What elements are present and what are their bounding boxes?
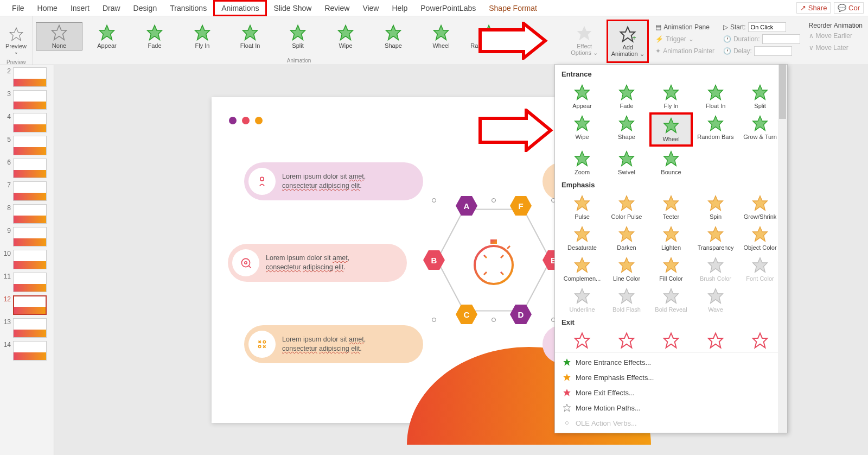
more-emphasis-effects[interactable]: More Emphasis Effects... (555, 370, 787, 385)
animation-none[interactable]: None (36, 22, 82, 50)
thumbnail-12[interactable]: 12 (2, 295, 52, 315)
entrance-zoom[interactable]: Zoom (560, 148, 604, 178)
thumbnail-6[interactable]: 6 (2, 159, 52, 178)
entrance-fade[interactable]: Fade (605, 81, 648, 111)
selection-handle[interactable] (492, 198, 496, 203)
entrance-grow-turn[interactable]: Grow & Turn (738, 112, 782, 147)
animation-pane-button[interactable]: ▤Animation Pane (655, 22, 714, 33)
emphasis-fill-color[interactable]: Fill Color (649, 254, 693, 284)
menu-help[interactable]: Help (385, 2, 414, 15)
thumbnail-5[interactable]: 5 (2, 136, 52, 155)
animation-painter-button[interactable]: ✦Animation Painter (655, 46, 714, 56)
entrance-split[interactable]: Split (738, 81, 782, 111)
animation-appear[interactable]: Appear (84, 23, 130, 50)
menu-view[interactable]: View (356, 2, 385, 15)
duration-input[interactable] (762, 34, 800, 44)
entrance-appear[interactable]: Appear (560, 81, 604, 111)
menu-design[interactable]: Design (127, 2, 164, 15)
entrance-random-bars[interactable]: Random Bars (694, 112, 737, 147)
entrance-shape[interactable]: Shape (605, 112, 648, 147)
emphasis-line-color[interactable]: Line Color (605, 254, 648, 284)
effect-options-button[interactable]: EffectOptions ⌄ (565, 16, 603, 65)
emphasis-grow-shrink[interactable]: Grow/Shrink (738, 192, 782, 222)
dropdown-scroll[interactable]: Entrance AppearFadeFly InFloat InSplitWi… (555, 65, 787, 352)
menu-home[interactable]: Home (31, 2, 64, 15)
emphasis-darken[interactable]: Darken (605, 223, 648, 253)
delay-input[interactable] (754, 46, 792, 56)
trigger-button[interactable]: ⚡Trigger ⌄ (655, 34, 714, 45)
thumbnail-4[interactable]: 4 (2, 113, 52, 132)
entrance-float-in[interactable]: Float In (694, 81, 737, 111)
menu-file[interactable]: File (5, 2, 31, 15)
comments-button[interactable]: 💬 Cor (834, 2, 864, 14)
thumbnail-3[interactable]: 3 (2, 90, 52, 110)
emphasis-spin[interactable]: Spin (694, 192, 737, 222)
menu-review[interactable]: Review (318, 2, 356, 15)
thumbnail-7[interactable]: 7 (2, 181, 52, 201)
animation-fade[interactable]: Fade (131, 23, 178, 50)
menu-transitions[interactable]: Transitions (163, 2, 213, 15)
exit-item[interactable] (694, 330, 737, 351)
menu-insert[interactable]: Insert (64, 2, 96, 15)
entrance-wheel[interactable]: Wheel (649, 112, 693, 147)
thumbnail-11[interactable]: 11 (2, 273, 52, 292)
animation-wheel[interactable]: Wheel (418, 23, 464, 50)
animation-fly-in[interactable]: Fly In (179, 23, 226, 50)
emphasis-lighten[interactable]: Lighten (649, 223, 693, 253)
menu-powerpointlabs[interactable]: PowerPointLabs (414, 2, 482, 15)
entrance-fly-in[interactable]: Fly In (649, 81, 693, 111)
dot[interactable] (229, 117, 237, 124)
preview-button[interactable]: Preview ⌄ (5, 27, 27, 55)
menu-shapeformat[interactable]: Shape Format (482, 2, 544, 15)
menu-draw[interactable]: Draw (96, 2, 127, 15)
move-earlier-button[interactable]: ∧ Move Earlier (809, 30, 863, 41)
scrollbar-thumb[interactable] (779, 65, 786, 119)
entrance-bounce[interactable]: Bounce (649, 148, 693, 178)
start-select[interactable] (748, 22, 786, 32)
thumbnail-14[interactable]: 14 (2, 341, 52, 361)
share-button[interactable]: ↗ Share (796, 2, 831, 14)
more-exit-effects[interactable]: More Exit Effects... (555, 385, 787, 400)
pill-shape[interactable]: Lorem ipsum dolor sit amet,consectetur a… (228, 244, 407, 282)
exit-item[interactable] (605, 330, 648, 351)
emphasis-complemen-[interactable]: Complemen... (560, 254, 604, 284)
emphasis-desaturate[interactable]: Desaturate (560, 223, 604, 253)
emphasis-pulse[interactable]: Pulse (560, 192, 604, 222)
exit-item[interactable] (738, 330, 782, 351)
animation-shape[interactable]: Shape (370, 23, 417, 50)
pill-shape[interactable]: Lorem ipsum dolor sit amet,consectetur a… (244, 162, 423, 200)
move-later-button[interactable]: ∨ Move Later (809, 42, 863, 53)
selection-handle[interactable] (432, 198, 436, 203)
menu-slideshow[interactable]: Slide Show (267, 2, 318, 15)
more-entrance-effects[interactable]: More Entrance Effects... (555, 355, 787, 370)
thumbnail-panel[interactable]: 234567891011121314 (0, 65, 54, 455)
emphasis-transparency[interactable]: Transparency (694, 223, 737, 253)
menu-animations[interactable]: Animations (213, 0, 267, 16)
dot[interactable] (242, 117, 250, 124)
dot[interactable] (255, 117, 263, 124)
dropdown-scrollbar[interactable] (778, 65, 787, 433)
selection-handle[interactable] (492, 318, 496, 322)
animation-float-in[interactable]: Float In (227, 23, 273, 50)
entrance-swivel[interactable]: Swivel (605, 148, 648, 178)
add-animation-button[interactable]: + AddAnimation ⌄ (607, 20, 649, 63)
more-motion-paths[interactable]: More Motion Paths... (555, 400, 787, 415)
animation-wipe[interactable]: Wipe (322, 23, 369, 50)
exit-item[interactable] (560, 330, 604, 351)
svg-point-15 (241, 258, 250, 267)
selection-handle[interactable] (432, 318, 436, 322)
entrance-wipe[interactable]: Wipe (560, 112, 604, 147)
emphasis-object-color[interactable]: Object Color (738, 223, 782, 253)
panel-label: Lighten (661, 244, 681, 251)
center-hexagon-group[interactable]: A F B E C D (434, 200, 553, 320)
pill-shape[interactable]: Lorem ipsum dolor sit amet,consectetur a… (244, 325, 423, 363)
animation-split[interactable]: Split (275, 23, 321, 50)
thumbnail-13[interactable]: 13 (2, 318, 52, 338)
thumbnail-8[interactable]: 8 (2, 204, 52, 224)
exit-item[interactable] (649, 330, 693, 351)
thumbnail-10[interactable]: 10 (2, 250, 52, 269)
thumbnail-9[interactable]: 9 (2, 227, 52, 247)
emphasis-teeter[interactable]: Teeter (649, 192, 693, 222)
emphasis-color-pulse[interactable]: Color Pulse (605, 192, 648, 222)
thumbnail-2[interactable]: 2 (2, 67, 52, 87)
